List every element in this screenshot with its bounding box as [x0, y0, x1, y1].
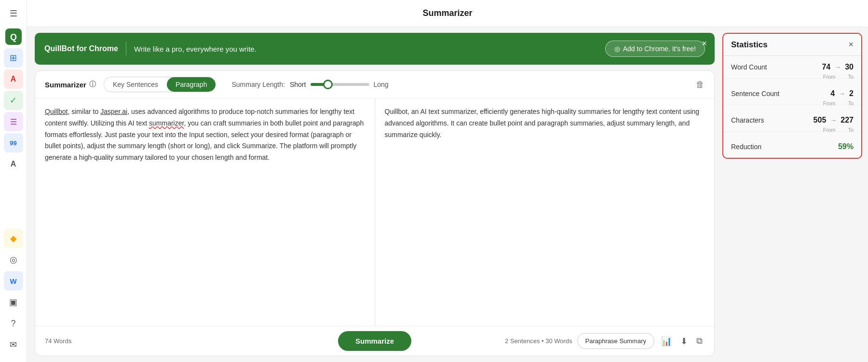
- logo: Q: [4, 27, 23, 46]
- banner-divider: [126, 42, 126, 56]
- length-slider-track[interactable]: [311, 83, 368, 86]
- characters-from-group: 505: [814, 116, 827, 125]
- word-count-arrow: →: [834, 63, 841, 71]
- output-text: Quillbot, an AI text summarizer, efficie…: [385, 106, 705, 140]
- reduction-label: Reduction: [731, 143, 838, 151]
- footer-right: 2 Sentences • 30 Words Paraphrase Summar…: [411, 333, 705, 349]
- sentence-count-label: Sentence Count: [731, 90, 830, 97]
- add-to-chrome-button[interactable]: ◎ Add to Chrome. It's free!: [605, 41, 705, 57]
- input-word-count: 74 Words: [45, 337, 338, 345]
- paragraph-toggle[interactable]: Paragraph: [167, 77, 216, 92]
- mode-toggle: Key Sentences Paragraph: [104, 77, 217, 92]
- characters-to-label: To: [848, 127, 854, 133]
- card-header: Summarizer ⓘ Key Sentences Paragraph Sum…: [35, 71, 714, 98]
- word-count-from-label: From: [823, 74, 836, 80]
- sidebar-icon-diamond[interactable]: ◆: [4, 229, 23, 248]
- characters-values: 505 → 227: [814, 116, 854, 125]
- card-body: Quillbot, similar to Jasper.ai, uses adv…: [35, 98, 714, 326]
- word-count-values: 74 → 30: [822, 63, 854, 71]
- download-icon-button[interactable]: ⬇: [678, 334, 690, 348]
- card-title-text: Summarizer: [45, 81, 86, 89]
- word-count-to-label: To: [848, 74, 854, 80]
- characters-to-group: 227: [841, 116, 854, 125]
- sidebar: ☰ Q ⊞ A ✓ ☰ 99 A ◆ ◎ W ▣ ? ✉: [0, 0, 27, 362]
- statistics-panel: Statistics × Word Count 74 → 30 F: [722, 33, 862, 159]
- characters-label: Characters: [731, 116, 814, 124]
- stats-close-button[interactable]: ×: [848, 40, 854, 50]
- card-title: Summarizer ⓘ: [45, 80, 96, 89]
- summarizer-squiggle: summarizer: [149, 119, 184, 127]
- info-icon[interactable]: ⓘ: [89, 80, 96, 89]
- copy-icon-button[interactable]: ⧉: [694, 334, 705, 348]
- page-body: QuillBot for Chrome Write like a pro, ev…: [27, 27, 868, 362]
- sentence-count-from: 4: [830, 89, 835, 98]
- mail-icon[interactable]: ✉: [4, 335, 23, 354]
- short-label: Short: [290, 81, 306, 88]
- stats-title: Statistics: [731, 40, 768, 50]
- sentence-count-from-to-labels: From To: [823, 100, 854, 106]
- help-icon[interactable]: ?: [4, 314, 23, 333]
- characters-from-label: From: [823, 127, 836, 133]
- stats-header: Statistics ×: [723, 34, 861, 56]
- banner-text: Write like a pro, everywhere you write.: [134, 45, 597, 53]
- jasper-link: Jasper.ai: [100, 108, 127, 115]
- chart-icon-button[interactable]: 📊: [659, 334, 674, 348]
- sentence-count-to-group: 2: [849, 89, 854, 98]
- sidebar-icon-citation[interactable]: 99: [4, 133, 23, 153]
- reduction-value: 59%: [838, 142, 854, 151]
- sentence-count-arrow: →: [839, 90, 845, 97]
- length-control: Summary Length: Short Long: [231, 81, 388, 88]
- sidebar-icon-grid[interactable]: ⊞: [4, 48, 23, 68]
- characters-arrow: →: [830, 116, 837, 124]
- sidebar-icon-summarizer[interactable]: ☰: [4, 112, 23, 131]
- word-count-from-to-labels: From To: [823, 74, 854, 80]
- input-pane[interactable]: Quillbot, similar to Jasper.ai, uses adv…: [35, 98, 375, 326]
- menu-icon[interactable]: ☰: [4, 4, 23, 23]
- banner-btn-label: Add to Chrome. It's free!: [623, 45, 696, 53]
- summarizer-card: Summarizer ⓘ Key Sentences Paragraph Sum…: [35, 70, 715, 356]
- length-label: Summary Length:: [231, 81, 285, 88]
- delete-button[interactable]: 🗑: [696, 80, 705, 90]
- sidebar-icon-translate[interactable]: A: [4, 154, 23, 174]
- sentence-count-from-group: 4: [830, 89, 835, 98]
- sidebar-icon-grammar[interactable]: ✓: [4, 91, 23, 110]
- sidebar-icon-paraphrase[interactable]: A: [4, 70, 23, 89]
- sidebar-icon-screen[interactable]: ▣: [4, 292, 23, 312]
- word-count-to-group: 30: [845, 63, 854, 71]
- quillbot-link: Quillbot: [45, 108, 68, 115]
- banner-brand: QuillBot for Chrome: [44, 44, 118, 53]
- word-count-to: 30: [845, 63, 854, 71]
- page-title: Summarizer: [422, 8, 472, 18]
- paraphrase-summary-button[interactable]: Paraphrase Summary: [577, 333, 654, 349]
- card-footer: 74 Words Summarize 2 Sentences • 30 Word…: [35, 326, 714, 356]
- sentence-count-to: 2: [849, 89, 854, 98]
- key-sentences-toggle[interactable]: Key Sentences: [104, 77, 167, 92]
- chrome-icon: ◎: [614, 45, 620, 53]
- sentence-count-from-label: From: [823, 100, 836, 106]
- characters-from: 505: [814, 116, 827, 125]
- banner: QuillBot for Chrome Write like a pro, ev…: [35, 33, 715, 65]
- word-count-from-group: 74: [822, 63, 830, 71]
- long-label: Long: [373, 81, 388, 88]
- summarize-button[interactable]: Summarize: [338, 331, 411, 351]
- word-count-label: Word Count: [731, 63, 822, 71]
- svg-text:Q: Q: [10, 32, 16, 42]
- sentence-count-values: 4 → 2: [830, 89, 854, 98]
- main-inner: QuillBot for Chrome Write like a pro, ev…: [27, 27, 722, 362]
- length-slider-thumb[interactable]: [323, 80, 333, 89]
- sentence-count-to-label: To: [848, 100, 854, 106]
- word-count-from: 74: [822, 63, 830, 71]
- characters-from-to-labels: From To: [823, 127, 854, 133]
- characters-to: 227: [841, 116, 854, 125]
- sidebar-icon-word[interactable]: W: [4, 271, 23, 291]
- input-text: Quillbot, similar to Jasper.ai, uses adv…: [45, 106, 365, 164]
- stat-row-reduction: Reduction 59%: [723, 136, 861, 158]
- output-pane: Quillbot, an AI text summarizer, efficie…: [375, 98, 715, 326]
- output-stats: 2 Sentences • 30 Words: [505, 337, 572, 345]
- sidebar-icon-chrome[interactable]: ◎: [4, 250, 23, 269]
- main: Summarizer QuillBot for Chrome Write lik…: [27, 0, 868, 362]
- banner-close-button[interactable]: ×: [702, 39, 707, 49]
- topbar: Summarizer: [27, 0, 868, 27]
